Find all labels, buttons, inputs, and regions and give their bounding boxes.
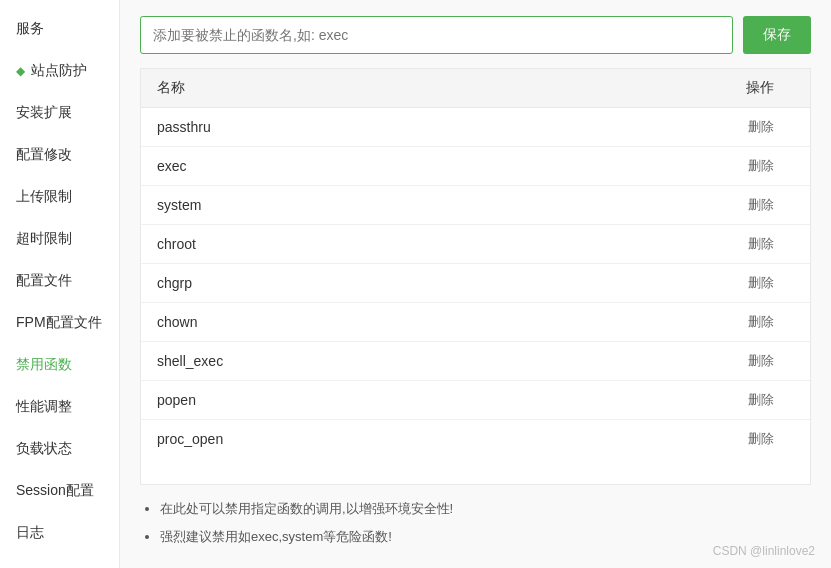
action-cell: 删除: [714, 352, 794, 370]
functions-table: 名称 操作 passthru删除exec删除system删除chroot删除ch…: [140, 68, 811, 485]
add-function-row: 保存: [140, 16, 811, 54]
action-cell: 删除: [714, 430, 794, 448]
sidebar-item-label: FPM配置文件: [16, 314, 102, 332]
sidebar-item-logs[interactable]: 日志: [0, 512, 119, 554]
sidebar-item-label: 负载状态: [16, 440, 72, 458]
diamond-icon: ◆: [16, 64, 25, 78]
sidebar-item-config-modify[interactable]: 配置修改: [0, 134, 119, 176]
sidebar-item-label: 站点防护: [31, 62, 87, 80]
table-row: system删除: [141, 186, 810, 225]
action-cell: 删除: [714, 391, 794, 409]
function-name-input[interactable]: [140, 16, 733, 54]
sidebar-item-label: 上传限制: [16, 188, 72, 206]
function-name-cell: chroot: [157, 236, 714, 252]
action-cell: 删除: [714, 157, 794, 175]
sidebar-item-session-config[interactable]: Session配置: [0, 470, 119, 512]
sidebar-item-label: 超时限制: [16, 230, 72, 248]
delete-button[interactable]: 删除: [748, 392, 774, 407]
table-row: chroot删除: [141, 225, 810, 264]
sidebar: 服务◆站点防护安装扩展配置修改上传限制超时限制配置文件FPM配置文件禁用函数性能…: [0, 0, 120, 568]
action-cell: 删除: [714, 196, 794, 214]
sidebar-item-banned-funcs[interactable]: 禁用函数: [0, 344, 119, 386]
sidebar-item-upload-limit[interactable]: 上传限制: [0, 176, 119, 218]
table-row: passthru删除: [141, 108, 810, 147]
function-name-cell: popen: [157, 392, 714, 408]
sidebar-item-timeout-limit[interactable]: 超时限制: [0, 218, 119, 260]
sidebar-item-label: 服务: [16, 20, 44, 38]
delete-button[interactable]: 删除: [748, 236, 774, 251]
function-name-cell: shell_exec: [157, 353, 714, 369]
delete-button[interactable]: 删除: [748, 158, 774, 173]
delete-button[interactable]: 删除: [748, 314, 774, 329]
sidebar-item-install-ext[interactable]: 安装扩展: [0, 92, 119, 134]
table-header: 名称 操作: [141, 69, 810, 108]
sidebar-item-load-status[interactable]: 负载状态: [0, 428, 119, 470]
action-cell: 删除: [714, 235, 794, 253]
sidebar-item-label: 禁用函数: [16, 356, 72, 374]
function-name-cell: chown: [157, 314, 714, 330]
delete-button[interactable]: 删除: [748, 431, 774, 446]
delete-button[interactable]: 删除: [748, 353, 774, 368]
watermark: CSDN @linlinlove2: [713, 544, 815, 558]
function-name-cell: exec: [157, 158, 714, 174]
sidebar-item-service[interactable]: 服务: [0, 8, 119, 50]
function-name-cell: passthru: [157, 119, 714, 135]
note-item: 在此处可以禁用指定函数的调用,以增强环境安全性!: [160, 497, 811, 520]
function-name-cell: chgrp: [157, 275, 714, 291]
table-row: popen删除: [141, 381, 810, 420]
sidebar-item-label: Session配置: [16, 482, 94, 500]
table-row: exec删除: [141, 147, 810, 186]
notes-list: 在此处可以禁用指定函数的调用,以增强环境安全性!强烈建议禁用如exec,syst…: [140, 497, 811, 548]
table-body: passthru删除exec删除system删除chroot删除chgrp删除c…: [141, 108, 810, 484]
table-row: chown删除: [141, 303, 810, 342]
sidebar-item-label: 性能调整: [16, 398, 72, 416]
delete-button[interactable]: 删除: [748, 197, 774, 212]
sidebar-item-perf-tuning[interactable]: 性能调整: [0, 386, 119, 428]
action-cell: 删除: [714, 118, 794, 136]
delete-button[interactable]: 删除: [748, 119, 774, 134]
sidebar-item-config-file[interactable]: 配置文件: [0, 260, 119, 302]
sidebar-item-label: 日志: [16, 524, 44, 542]
save-button[interactable]: 保存: [743, 16, 811, 54]
col-action-header: 操作: [714, 79, 794, 97]
sidebar-item-label: 安装扩展: [16, 104, 72, 122]
delete-button[interactable]: 删除: [748, 275, 774, 290]
function-name-cell: system: [157, 197, 714, 213]
sidebar-item-site-protection[interactable]: ◆站点防护: [0, 50, 119, 92]
action-cell: 删除: [714, 313, 794, 331]
table-row: shell_exec删除: [141, 342, 810, 381]
function-name-cell: proc_open: [157, 431, 714, 447]
main-content: 保存 名称 操作 passthru删除exec删除system删除chroot删…: [120, 0, 831, 568]
sidebar-item-label: 配置文件: [16, 272, 72, 290]
sidebar-item-fpm-config[interactable]: FPM配置文件: [0, 302, 119, 344]
action-cell: 删除: [714, 274, 794, 292]
notes-section: 在此处可以禁用指定函数的调用,以增强环境安全性!强烈建议禁用如exec,syst…: [140, 497, 811, 552]
table-row: proc_open删除: [141, 420, 810, 458]
col-name-header: 名称: [157, 79, 714, 97]
table-row: chgrp删除: [141, 264, 810, 303]
sidebar-item-label: 配置修改: [16, 146, 72, 164]
